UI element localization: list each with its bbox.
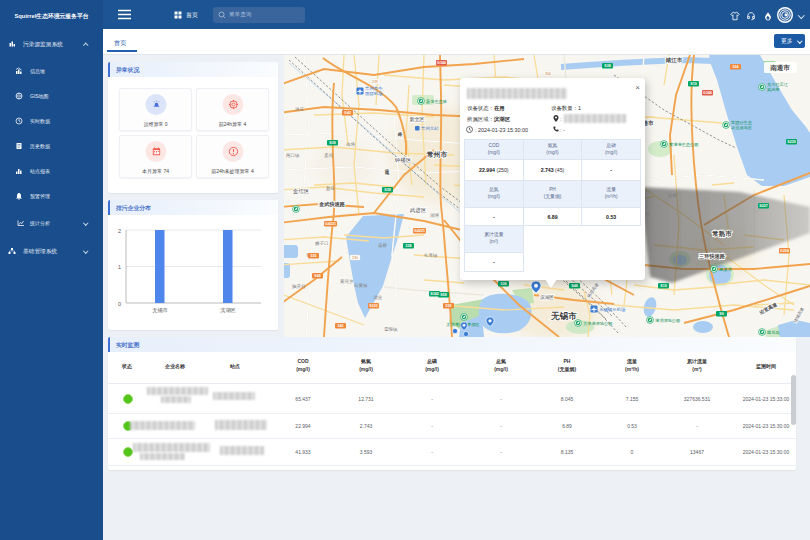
svg-text:540: 540 xyxy=(338,324,344,328)
svg-text:0: 0 xyxy=(118,300,121,306)
svg-text:1: 1 xyxy=(118,264,121,270)
svg-text:S9: S9 xyxy=(719,312,723,316)
svg-text:钟楼区: 钟楼区 xyxy=(394,157,412,163)
svg-text:S48: S48 xyxy=(314,274,320,278)
svg-text:230: 230 xyxy=(352,256,358,260)
svg-text:新龙生态林: 新龙生态林 xyxy=(426,99,448,104)
svg-text:G346: G346 xyxy=(703,91,712,95)
svg-text:庙桥: 庙桥 xyxy=(378,243,388,248)
svg-text:无锡市: 无锡市 xyxy=(550,311,577,321)
svg-text:靖江市: 靖江市 xyxy=(665,57,683,64)
svg-text:武进区: 武进区 xyxy=(410,207,427,214)
svg-text:风光带: 风光带 xyxy=(767,87,780,92)
svg-text:湖塘: 湖塘 xyxy=(430,213,440,218)
svg-text:S38: S38 xyxy=(384,188,390,192)
svg-text:三环快速路: 三环快速路 xyxy=(699,253,726,260)
svg-text:524: 524 xyxy=(733,65,739,69)
svg-text:孟河: 孟河 xyxy=(324,152,334,158)
svg-text:G4221: G4221 xyxy=(414,229,425,233)
svg-text:S58: S58 xyxy=(440,293,446,297)
svg-text:礼嘉镇: 礼嘉镇 xyxy=(424,253,438,258)
svg-text:常熟市: 常熟市 xyxy=(712,230,732,238)
svg-text:消业: 消业 xyxy=(373,295,383,300)
svg-text:S48: S48 xyxy=(571,284,577,288)
svg-text:2: 2 xyxy=(118,227,121,233)
svg-text:G346: G346 xyxy=(437,61,446,65)
svg-text:妙桥: 妙桥 xyxy=(668,192,678,198)
svg-text:洪庄: 洪庄 xyxy=(295,107,305,112)
svg-text:滨湖区: 滨湖区 xyxy=(220,307,236,314)
svg-text:漕湖湿地公园: 漕湖湿地公园 xyxy=(655,318,680,323)
svg-text:前黄镇: 前黄镇 xyxy=(354,283,368,288)
svg-text:530: 530 xyxy=(446,304,452,308)
svg-text:新北区: 新北区 xyxy=(410,116,425,123)
svg-text:G204: G204 xyxy=(780,249,789,253)
svg-text:大溪港湿地公园: 大溪港湿地公园 xyxy=(583,321,612,326)
svg-text:G42: G42 xyxy=(344,111,351,115)
svg-text:S229: S229 xyxy=(787,140,795,144)
svg-text:356: 356 xyxy=(545,72,551,76)
svg-text:狮子口: 狮子口 xyxy=(315,241,329,246)
svg-text:S227: S227 xyxy=(759,204,767,208)
svg-text:S230: S230 xyxy=(369,304,377,308)
svg-text:雪堰镇: 雪堰镇 xyxy=(384,326,398,332)
svg-text:施开圩: 施开圩 xyxy=(291,283,306,289)
svg-text:滨湖区: 滨湖区 xyxy=(540,295,554,300)
svg-text:常州市: 常州市 xyxy=(427,150,448,159)
svg-text:连塘: 连塘 xyxy=(346,142,356,147)
svg-text:农业旅游区: 农业旅游区 xyxy=(731,125,753,130)
svg-text:S38: S38 xyxy=(604,64,610,68)
svg-text:530: 530 xyxy=(311,254,317,258)
svg-text:南通市: 南通市 xyxy=(769,64,790,72)
svg-text:常州北站: 常州北站 xyxy=(421,126,439,131)
svg-text:金坛区: 金坛区 xyxy=(293,188,310,194)
svg-text:金武快速路: 金武快速路 xyxy=(318,201,346,208)
svg-text:莲花岛: 莲花岛 xyxy=(767,330,780,335)
svg-text:239: 239 xyxy=(372,80,378,84)
svg-text:538: 538 xyxy=(501,282,507,286)
svg-text:无锡市: 无锡市 xyxy=(152,307,168,314)
svg-text:538: 538 xyxy=(406,244,412,248)
svg-text:G4221: G4221 xyxy=(325,222,336,226)
svg-text:S342: S342 xyxy=(430,292,438,296)
svg-text:新庄: 新庄 xyxy=(326,186,336,191)
svg-text:黄河乡: 黄河乡 xyxy=(340,279,354,284)
svg-text:昆承湖: 昆承湖 xyxy=(719,267,732,272)
svg-text:S19: S19 xyxy=(690,82,696,86)
svg-text:S19: S19 xyxy=(660,284,666,288)
svg-text:黄漕港生态公园: 黄漕港生态公园 xyxy=(669,142,698,147)
svg-text:S39: S39 xyxy=(329,141,335,145)
